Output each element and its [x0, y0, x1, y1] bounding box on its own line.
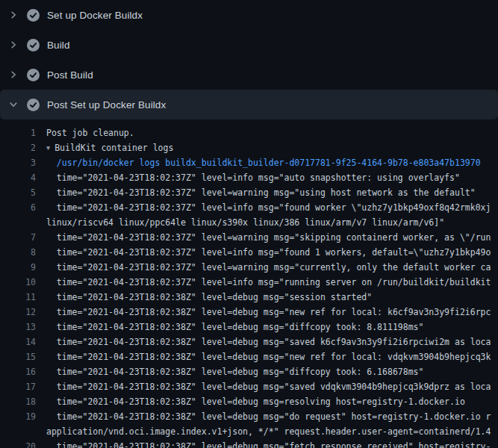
- log-text: time="2021-04-23T18:02:37Z" level=info m…: [46, 200, 498, 215]
- step-set-up-docker-buildx[interactable]: Set up Docker Buildx: [0, 0, 498, 30]
- log-text: time="2021-04-23T18:02:38Z" level=debug …: [46, 394, 498, 409]
- log-line: 5 time="2021-04-23T18:02:37Z" level=warn…: [0, 185, 498, 200]
- log-text: application/vnd.oci.image.index.v1+json,…: [46, 424, 498, 439]
- log-line-number[interactable]: 11: [0, 290, 36, 305]
- check-circle-icon: [27, 69, 40, 81]
- log-line: 2▼BuildKit container logs: [0, 140, 498, 155]
- log-line-number[interactable]: 15: [0, 349, 36, 364]
- log-line: 16 time="2021-04-23T18:02:38Z" level=deb…: [0, 364, 498, 379]
- log-line-continuation: linux/riscv64 linux/ppc64le linux/s390x …: [0, 215, 498, 230]
- log-line-number[interactable]: 19: [0, 409, 36, 424]
- log-text: time="2021-04-23T18:02:38Z" level=debug …: [46, 305, 498, 320]
- log-line: 17 time="2021-04-23T18:02:38Z" level=deb…: [0, 379, 498, 394]
- log-text: time="2021-04-23T18:02:38Z" level=debug …: [46, 320, 498, 335]
- log-line-number: [0, 424, 36, 439]
- log-line: 9 time="2021-04-23T18:02:37Z" level=warn…: [0, 260, 498, 275]
- log-line: 1Post job cleanup.: [0, 125, 498, 140]
- step-log-output: 1Post job cleanup.2▼BuildKit container l…: [0, 119, 498, 448]
- step-label: Build: [47, 40, 70, 51]
- log-line: 13 time="2021-04-23T18:02:38Z" level=deb…: [0, 320, 498, 335]
- log-line: 19 time="2021-04-23T18:02:38Z" level=deb…: [0, 409, 498, 424]
- check-circle-icon: [27, 9, 40, 22]
- log-line-number[interactable]: 16: [0, 364, 36, 379]
- log-text: Post job cleanup.: [46, 125, 498, 140]
- log-line: 11 time="2021-04-23T18:02:38Z" level=deb…: [0, 290, 498, 305]
- log-text: time="2021-04-23T18:02:37Z" level=warnin…: [46, 260, 498, 275]
- log-text: time="2021-04-23T18:02:37Z" level=info m…: [46, 170, 498, 185]
- step-build[interactable]: Build: [0, 30, 498, 60]
- chevron-right-icon: [7, 69, 19, 81]
- log-line-number[interactable]: 8: [0, 245, 36, 260]
- log-text: time="2021-04-23T18:02:37Z" level=info m…: [46, 275, 498, 290]
- log-line: 20 time="2021-04-23T18:02:38Z" level=deb…: [0, 439, 498, 448]
- log-line-number[interactable]: 17: [0, 379, 36, 394]
- step-post-build[interactable]: Post Build: [0, 60, 498, 90]
- workflow-steps-list: Set up Docker Buildx Build Post Build Po…: [0, 0, 498, 448]
- log-text: time="2021-04-23T18:02:38Z" level=debug …: [46, 335, 498, 349]
- log-line-continuation: application/vnd.oci.image.index.v1+json,…: [0, 424, 498, 439]
- chevron-down-icon: [7, 99, 19, 111]
- log-line-number[interactable]: 9: [0, 260, 36, 275]
- log-line-number[interactable]: 10: [0, 275, 36, 290]
- log-text: time="2021-04-23T18:02:38Z" level=debug …: [46, 364, 498, 379]
- log-line: 3 /usr/bin/docker logs buildx_buildkit_b…: [0, 155, 498, 170]
- log-line-number[interactable]: 14: [0, 335, 36, 349]
- log-text: linux/riscv64 linux/ppc64le linux/s390x …: [46, 215, 498, 230]
- log-line: 10 time="2021-04-23T18:02:37Z" level=inf…: [0, 275, 498, 290]
- log-line-number[interactable]: 7: [0, 230, 36, 245]
- log-line: 6 time="2021-04-23T18:02:37Z" level=info…: [0, 200, 498, 215]
- log-line-number[interactable]: 12: [0, 305, 36, 320]
- log-line: 7 time="2021-04-23T18:02:37Z" level=warn…: [0, 230, 498, 245]
- log-line-number[interactable]: 3: [0, 155, 36, 170]
- log-line: 8 time="2021-04-23T18:02:37Z" level=info…: [0, 245, 498, 260]
- log-line-number[interactable]: 6: [0, 200, 36, 215]
- chevron-right-icon: [7, 9, 19, 21]
- log-text: time="2021-04-23T18:02:38Z" level=debug …: [46, 290, 498, 305]
- log-text: time="2021-04-23T18:02:37Z" level=info m…: [46, 245, 498, 260]
- step-label: Set up Docker Buildx: [47, 10, 143, 21]
- log-line-number[interactable]: 18: [0, 394, 36, 409]
- log-line-number[interactable]: 4: [0, 170, 36, 185]
- log-line-number[interactable]: 5: [0, 185, 36, 200]
- log-text: time="2021-04-23T18:02:38Z" level=debug …: [46, 349, 498, 364]
- log-command-text: /usr/bin/docker logs buildx_buildkit_bui…: [46, 155, 498, 170]
- step-label: Post Set up Docker Buildx: [47, 99, 166, 111]
- log-text: time="2021-04-23T18:02:38Z" level=debug …: [46, 439, 498, 448]
- step-label: Post Build: [47, 69, 93, 81]
- log-group-toggle[interactable]: ▼BuildKit container logs: [46, 140, 498, 155]
- log-line: 12 time="2021-04-23T18:02:38Z" level=deb…: [0, 305, 498, 320]
- log-line-number[interactable]: 13: [0, 320, 36, 335]
- log-line: 18 time="2021-04-23T18:02:38Z" level=deb…: [0, 394, 498, 409]
- log-text: time="2021-04-23T18:02:37Z" level=warnin…: [46, 230, 498, 245]
- log-line-number[interactable]: 2: [0, 140, 36, 155]
- check-circle-icon: [27, 39, 40, 52]
- expand-triangle-icon: ▼: [46, 140, 50, 155]
- step-post-set-up-docker-buildx[interactable]: Post Set up Docker Buildx: [0, 90, 498, 119]
- log-line: 4 time="2021-04-23T18:02:37Z" level=info…: [0, 170, 498, 185]
- log-line-number: [0, 215, 36, 230]
- log-text: time="2021-04-23T18:02:37Z" level=warnin…: [46, 185, 498, 200]
- chevron-right-icon: [7, 39, 19, 51]
- log-text: time="2021-04-23T18:02:38Z" level=debug …: [46, 409, 498, 424]
- log-line: 15 time="2021-04-23T18:02:38Z" level=deb…: [0, 349, 498, 364]
- check-circle-icon: [27, 99, 40, 111]
- log-text: time="2021-04-23T18:02:38Z" level=debug …: [46, 379, 498, 394]
- log-line: 14 time="2021-04-23T18:02:38Z" level=deb…: [0, 335, 498, 349]
- log-line-number[interactable]: 20: [0, 439, 36, 448]
- log-line-number[interactable]: 1: [0, 125, 36, 140]
- log-group-label: BuildKit container logs: [55, 143, 173, 153]
